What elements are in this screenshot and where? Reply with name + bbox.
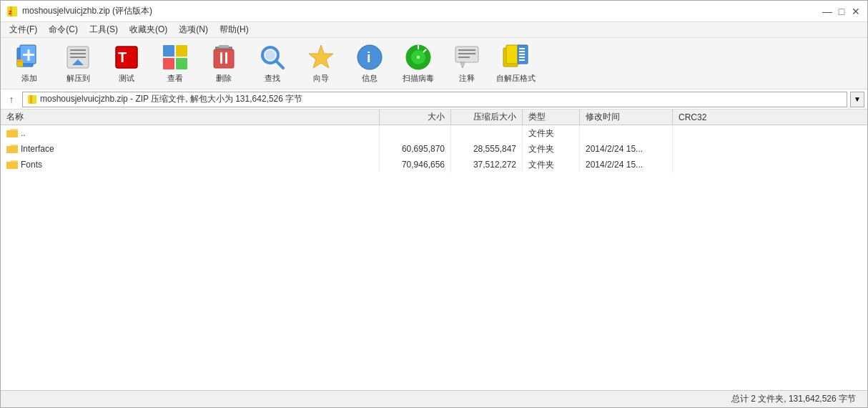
toolbar-find-button[interactable]: 查找 xyxy=(250,41,295,87)
table-row[interactable]: Fonts 70,946,656 37,512,272 文件夹 2014/2/2… xyxy=(1,157,867,173)
status-text: 总计 2 文件夹, 131,642,526 字节 xyxy=(731,393,856,405)
file-cell-date: 2014/2/24 15... xyxy=(580,141,673,157)
col-header-name[interactable]: 名称 xyxy=(1,110,380,125)
toolbar-wizard-button[interactable]: 向导 xyxy=(298,41,344,87)
file-cell-type: 文件夹 xyxy=(523,157,580,173)
svg-rect-17 xyxy=(163,45,174,57)
menu-tools[interactable]: 工具(S) xyxy=(84,22,124,37)
svg-rect-47 xyxy=(519,51,525,52)
svg-rect-52 xyxy=(30,95,32,104)
toolbar-info-button[interactable]: i 信息 xyxy=(347,41,393,87)
scan-icon xyxy=(404,43,433,72)
menu-command[interactable]: 命令(C) xyxy=(43,22,84,37)
svg-rect-50 xyxy=(519,59,525,61)
col-header-date[interactable]: 修改时间 xyxy=(580,110,673,125)
svg-line-28 xyxy=(276,61,283,68)
toolbar-comment-label: 注释 xyxy=(459,73,475,84)
file-cell-date: 2014/2/24 15... xyxy=(580,157,673,173)
status-bar: 总计 2 文件夹, 131,642,526 字节 xyxy=(1,390,867,407)
col-header-crc[interactable]: CRC32 xyxy=(673,110,867,125)
menu-favorites[interactable]: 收藏夹(O) xyxy=(124,22,173,37)
file-cell-compressed: 37,512,272 xyxy=(451,157,523,173)
toolbar-wizard-label: 向导 xyxy=(313,73,329,84)
toolbar-info-label: 信息 xyxy=(362,73,378,84)
file-cell-size xyxy=(380,125,451,141)
file-cell-name: Interface xyxy=(1,141,380,157)
menu-help[interactable]: 帮助(H) xyxy=(214,22,255,37)
view-icon xyxy=(161,43,189,72)
toolbar-find-label: 查找 xyxy=(265,73,280,84)
menu-file[interactable]: 文件(F) xyxy=(4,22,43,37)
svg-rect-46 xyxy=(519,48,525,49)
nav-up-button[interactable]: ↑ xyxy=(4,92,19,107)
col-header-compressed[interactable]: 压缩后大小 xyxy=(451,110,523,125)
svg-rect-41 xyxy=(458,57,470,58)
svg-rect-23 xyxy=(214,49,234,68)
toolbar-test-label: 测试 xyxy=(119,73,134,84)
svg-rect-25 xyxy=(225,52,227,64)
col-header-type[interactable]: 类型 xyxy=(523,110,580,125)
table-row[interactable]: Interface 60,695,870 28,555,847 文件夹 2014… xyxy=(1,141,867,157)
main-window: Z moshousjelvuicjzhb.zip (评估版本) — □ ✕ 文件… xyxy=(0,0,868,408)
svg-rect-48 xyxy=(519,54,525,55)
window-title: moshousjelvuicjzhb.zip (评估版本) xyxy=(22,5,152,17)
extract-icon xyxy=(64,43,92,72)
close-button[interactable]: ✕ xyxy=(850,6,862,17)
svg-text:i: i xyxy=(367,49,371,65)
title-bar-left: Z moshousjelvuicjzhb.zip (评估版本) xyxy=(6,5,152,17)
title-bar: Z moshousjelvuicjzhb.zip (评估版本) — □ ✕ xyxy=(1,1,867,22)
table-row[interactable]: .. 文件夹 xyxy=(1,125,867,141)
sfx-icon xyxy=(501,43,530,72)
toolbar-add-label: 添加 xyxy=(21,73,37,84)
file-cell-name: Fonts xyxy=(1,157,380,173)
file-cell-compressed xyxy=(451,125,523,141)
toolbar-test-button[interactable]: T 测试 xyxy=(104,41,149,87)
toolbar-add-button[interactable]: 添加 xyxy=(6,41,52,87)
toolbar-sfx-label: 自解压格式 xyxy=(496,73,536,84)
col-header-size[interactable]: 大小 xyxy=(380,110,451,125)
svg-rect-24 xyxy=(220,52,222,64)
svg-rect-49 xyxy=(519,57,525,58)
svg-marker-29 xyxy=(309,45,333,68)
toolbar-delete-button[interactable]: 删除 xyxy=(201,41,247,87)
file-name: Fonts xyxy=(21,160,42,170)
app-icon: Z xyxy=(6,6,18,17)
toolbar-view-label: 查看 xyxy=(167,73,183,84)
svg-text:T: T xyxy=(118,49,127,65)
svg-point-35 xyxy=(417,56,420,59)
svg-rect-10 xyxy=(70,49,86,51)
maximize-button[interactable]: □ xyxy=(836,6,847,17)
file-cell-date xyxy=(580,125,673,141)
svg-rect-20 xyxy=(176,58,187,69)
column-headers: 名称 大小 压缩后大小 类型 修改时间 CRC32 xyxy=(1,110,867,125)
toolbar-sfx-button[interactable]: 自解压格式 xyxy=(493,41,538,87)
svg-text:Z: Z xyxy=(9,10,12,15)
toolbar-comment-button[interactable]: 注释 xyxy=(444,41,490,87)
folder-icon xyxy=(6,144,18,154)
address-zip-icon xyxy=(27,94,37,105)
toolbar-extract-button[interactable]: 解压到 xyxy=(55,41,101,87)
toolbar-scan-label: 扫描病毒 xyxy=(403,73,434,84)
find-icon xyxy=(258,43,287,72)
menu-options[interactable]: 选项(N) xyxy=(173,22,214,37)
toolbar-view-button[interactable]: 查看 xyxy=(152,41,198,87)
file-cell-size: 60,695,870 xyxy=(380,141,451,157)
file-cell-crc xyxy=(673,157,867,173)
file-name: Interface xyxy=(21,144,54,154)
file-cell-name: .. xyxy=(1,125,380,141)
svg-rect-12 xyxy=(70,57,86,58)
comment-icon xyxy=(453,43,481,72)
address-field[interactable]: moshousjelvuicjzhb.zip - ZIP 压缩文件, 解包大小为… xyxy=(22,92,847,107)
svg-rect-8 xyxy=(17,59,23,62)
svg-marker-42 xyxy=(460,62,465,68)
file-cell-crc xyxy=(673,141,867,157)
svg-rect-6 xyxy=(28,49,30,61)
file-name: .. xyxy=(21,128,26,138)
svg-rect-19 xyxy=(163,58,174,69)
minimize-button[interactable]: — xyxy=(822,6,833,17)
toolbar-scan-button[interactable]: 扫描病毒 xyxy=(395,41,441,87)
file-cell-type: 文件夹 xyxy=(523,125,580,141)
svg-rect-39 xyxy=(458,49,475,51)
address-dropdown-button[interactable]: ▼ xyxy=(850,92,864,107)
address-bar: ↑ moshousjelvuicjzhb.zip - ZIP 压缩文件, 解包大… xyxy=(1,89,867,110)
